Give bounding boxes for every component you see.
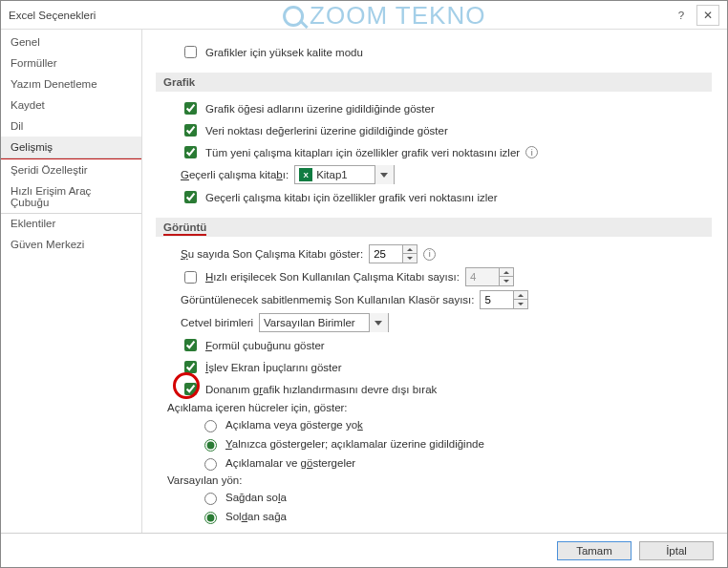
sidebar-item-quick-access[interactable]: Hızlı Erişim Araç Çubuğu <box>1 180 141 213</box>
label-quick-access-recent: Hızlı erişilecek Son Kullanılan Çalışma … <box>205 271 460 283</box>
label-ruler-units: Cetvel birimleri <box>181 317 253 328</box>
combo-current-workbook[interactable]: X Kitap1 <box>294 165 395 184</box>
spinner-unpinned-folders[interactable] <box>480 290 528 309</box>
label-disable-hw-accel: Donanım grafik hızlandırmasını devre dış… <box>205 384 437 395</box>
sidebar-item-formulas[interactable]: Formüller <box>1 53 141 74</box>
radio-indicators-only[interactable] <box>204 439 217 452</box>
dialog-footer: Tamam İptal <box>1 533 727 567</box>
checkbox-datapoint-values-hover[interactable] <box>184 124 197 137</box>
radio-rtl[interactable] <box>204 493 217 505</box>
label-chart-names-hover: Grafik öğesi adlarını üzerine gidildiğin… <box>205 103 435 115</box>
spinner-quick-access-recent <box>465 267 514 286</box>
checkbox-disable-hw-accel[interactable] <box>184 383 197 395</box>
chevron-down-icon[interactable] <box>369 313 388 332</box>
ok-button[interactable]: Tamam <box>557 541 632 560</box>
label-indicators-only: Yalnızca göstergeler; açıklamalar üzerin… <box>225 438 484 450</box>
section-head-goruntu: Görüntü <box>156 218 712 237</box>
checkbox-hq-charts[interactable] <box>184 46 197 58</box>
radio-ltr[interactable] <box>204 512 217 524</box>
label-rtl: Sağdan sola <box>225 492 287 503</box>
checkbox-show-function-tips[interactable] <box>184 361 197 373</box>
help-button[interactable]: ? <box>670 5 693 26</box>
label-recent-count: Şu sayıda Son Çalışma Kitabı göster: <box>181 248 363 260</box>
chevron-down-icon[interactable] <box>375 165 394 184</box>
label-current-workbook: Geçerli çalışma kitabı: <box>181 169 289 180</box>
info-icon[interactable]: i <box>423 248 436 261</box>
content-panel: Grafikler için yüksek kalite modu Grafik… <box>142 30 727 534</box>
input-quick-access-recent <box>466 268 499 285</box>
close-button[interactable]: ✕ <box>696 5 719 26</box>
sidebar-item-proofing[interactable]: Yazım Denetleme <box>1 74 141 95</box>
spinner-down[interactable] <box>514 300 527 308</box>
label-show-formula-bar: Formül çubuğunu göster <box>205 340 325 351</box>
label-datapoint-values-hover: Veri noktası değerlerini üzerine gidildi… <box>205 125 448 137</box>
input-unpinned-folders[interactable] <box>481 291 513 308</box>
checkbox-quick-access-recent[interactable] <box>184 271 197 284</box>
label-properties-follow-datapoint-current: Geçerli çalışma kitabı için özellikler g… <box>205 192 498 203</box>
sidebar-item-trust-center[interactable]: Güven Merkezi <box>1 234 141 255</box>
checkbox-properties-follow-datapoint-all[interactable] <box>184 146 197 158</box>
checkbox-show-formula-bar[interactable] <box>184 339 197 351</box>
radio-comments-and-indicators[interactable] <box>204 458 217 471</box>
sidebar-item-addins[interactable]: Eklentiler <box>1 213 141 234</box>
sidebar-item-language[interactable]: Dil <box>1 116 141 137</box>
sidebar-item-save[interactable]: Kaydet <box>1 95 141 116</box>
combo-ruler-units[interactable]: Varsayılan Birimler <box>259 313 389 332</box>
magnifier-icon <box>283 6 304 27</box>
spinner-up[interactable] <box>403 245 417 254</box>
section-head-grafik: Grafik <box>156 73 712 92</box>
label-unpinned-folders: Görüntülenecek sabitlenmemiş Son Kullanı… <box>181 294 474 305</box>
info-icon[interactable]: i <box>525 146 538 158</box>
sidebar-item-customize-ribbon[interactable]: Şeridi Özelleştir <box>1 159 141 180</box>
title-bar: Excel Seçenekleri ZOOM TEKNO ? ✕ <box>1 1 727 30</box>
label-comments-show: Açıklama içeren hücreler için, göster: <box>167 402 712 413</box>
checkbox-chart-names-hover[interactable] <box>184 102 197 115</box>
watermark: ZOOM TEKNO <box>283 1 485 31</box>
label-no-comments: Açıklama veya gösterge yok <box>225 419 363 431</box>
dialog-title: Excel Seçenekleri <box>9 10 96 21</box>
label-comments-and-indicators: Açıklamalar ve göstergeler <box>225 457 355 469</box>
label-hq-charts: Grafikler için yüksek kalite modu <box>205 47 363 58</box>
input-recent-count[interactable] <box>370 245 402 263</box>
spinner-recent-count[interactable] <box>369 244 418 263</box>
radio-no-comments[interactable] <box>204 420 217 432</box>
spinner-down[interactable] <box>403 254 417 263</box>
label-show-function-tips: İşlev Ekran İpuçlarını göster <box>205 362 342 373</box>
label-default-direction: Varsayılan yön: <box>167 474 712 486</box>
sidebar-item-advanced[interactable]: Gelişmiş <box>1 137 141 159</box>
label-properties-follow-datapoint-all: Tüm yeni çalışma kitapları için özellikl… <box>205 147 520 158</box>
sidebar: Genel Formüller Yazım Denetleme Kaydet D… <box>1 30 142 534</box>
excel-icon: X <box>299 168 312 181</box>
spinner-up[interactable] <box>514 291 527 300</box>
sidebar-item-general[interactable]: Genel <box>1 32 141 53</box>
cancel-button[interactable]: İptal <box>639 541 714 560</box>
checkbox-properties-follow-datapoint-current[interactable] <box>184 191 197 203</box>
label-ltr: Soldan sağa <box>225 511 287 522</box>
